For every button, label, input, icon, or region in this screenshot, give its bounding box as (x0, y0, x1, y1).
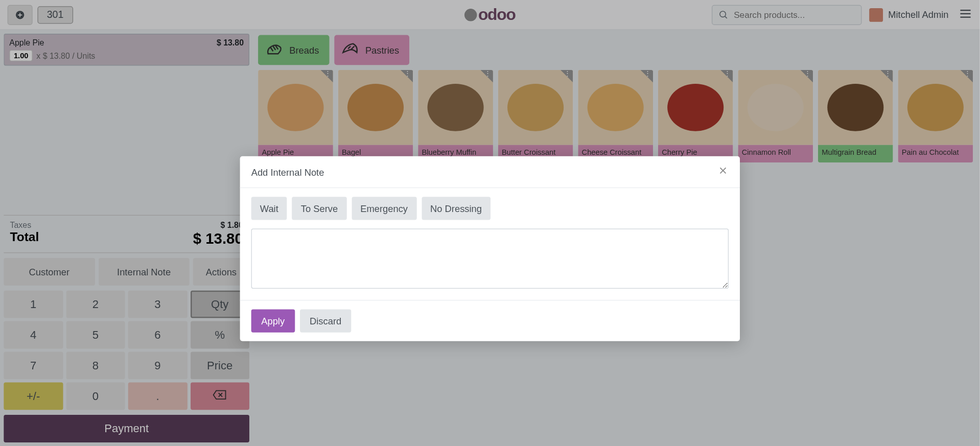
close-button[interactable] (717, 165, 729, 179)
close-icon (717, 165, 729, 176)
discard-button[interactable]: Discard (299, 309, 351, 332)
quick-note-emergency[interactable]: Emergency (352, 197, 416, 220)
modal-overlay[interactable]: Add Internal Note WaitTo ServeEmergencyN… (0, 0, 980, 446)
quick-note-to-serve[interactable]: To Serve (292, 197, 347, 220)
modal-title: Add Internal Note (251, 167, 324, 177)
note-textarea[interactable] (251, 229, 729, 289)
quick-notes-row: WaitTo ServeEmergencyNo Dressing (251, 197, 729, 220)
apply-button[interactable]: Apply (251, 309, 295, 332)
internal-note-modal: Add Internal Note WaitTo ServeEmergencyN… (240, 156, 740, 341)
quick-note-wait[interactable]: Wait (251, 197, 287, 220)
quick-note-no-dressing[interactable]: No Dressing (422, 197, 491, 220)
